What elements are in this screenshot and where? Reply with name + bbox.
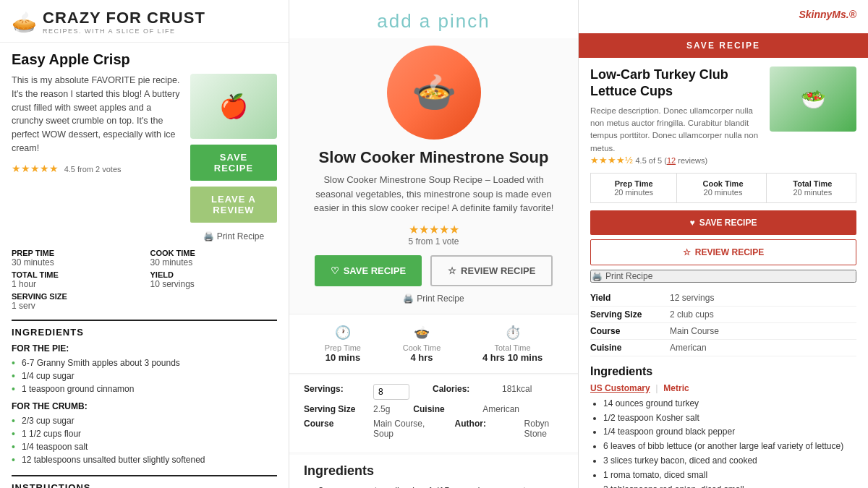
list-item: 12 tablespoons unsalted butter slightly … xyxy=(12,453,277,466)
left-stars: ★★★★★ xyxy=(12,163,59,174)
list-item: 2 tablespoons red onion, diced small xyxy=(603,484,856,488)
mid-ingredients-section: Ingredients 2 cups carrots , sliced or 1… xyxy=(289,455,578,489)
right-time-grid: Prep Time 20 minutes Cook Time 20 minute… xyxy=(590,173,856,203)
right-reviews-link[interactable]: 12 xyxy=(667,156,676,165)
left-total-time: Total Time 1 hour xyxy=(12,270,139,289)
mid-servings-row: Servings: Calories: 181kcal xyxy=(304,384,563,400)
left-header: 🥧 CRAZY FOR CRUST RECIPES. WITH A SLICE … xyxy=(0,0,289,43)
mid-ingredients-title: Ingredients xyxy=(304,463,563,479)
right-unit-metric-button[interactable]: Metric xyxy=(663,383,689,393)
left-pie-heading: FOR THE PIE: xyxy=(12,343,277,354)
right-unit-us-button[interactable]: US Customary xyxy=(590,383,650,393)
list-item: 1/4 cup sugar xyxy=(12,369,277,382)
right-recipe-desc: Recipe description. Donec ullamcorper nu… xyxy=(590,105,761,155)
list-item: 3 slices turkey bacon, diced and cooked xyxy=(603,455,856,467)
logo-tagline: RECIPES. WITH A SLICE OF LIFE xyxy=(43,27,205,35)
right-buttons: ♥ SAVE RECIPE ☆ REVIEW RECIPE 🖨️ Print R… xyxy=(590,210,856,283)
left-print-button[interactable]: 🖨️ Print Recipe xyxy=(203,231,264,241)
left-pie-ingredients: 6-7 Granny Smith apples about 3 pounds 1… xyxy=(12,356,277,395)
logo-icon: 🥧 xyxy=(12,10,37,34)
logo-brand: CRAZY FOR CRUST xyxy=(43,9,205,27)
heart-icon: ♡ xyxy=(331,265,339,276)
right-cook-time: Cook Time 20 minutes xyxy=(680,174,766,202)
left-panel: 🥧 CRAZY FOR CRUST RECIPES. WITH A SLICE … xyxy=(0,0,289,488)
right-unit-toggle: US Customary | Metric xyxy=(590,382,856,393)
mid-servings-input[interactable] xyxy=(373,384,409,400)
mid-cook-time: 🍲 Cook Time 4 hrs xyxy=(403,325,441,363)
mid-serving-size-row: Serving Size 2.5g Cuisine American xyxy=(304,404,563,414)
left-content: Easy Apple Crisp This is my absolute FAV… xyxy=(0,43,289,488)
right-total-time: Total Time 20 minutes xyxy=(770,174,856,202)
mid-course-row: Course Main Course, Soup Author: Robyn S… xyxy=(304,419,563,439)
list-item: 1 teaspoon ground cinnamon xyxy=(12,382,277,395)
mid-prep-time: 🕐 Prep Time 10 mins xyxy=(325,325,361,363)
clock-icon: 🕐 xyxy=(325,325,361,341)
star-icon: ☆ xyxy=(683,247,691,257)
right-meta-section: Yield 12 servings Serving Size 2 club cu… xyxy=(590,290,856,356)
printer-icon: 🖨️ xyxy=(403,294,414,304)
right-recipe-row: Low-Carb Turkey Club Lettuce Cups Recipe… xyxy=(590,67,856,166)
left-rating: 4.5 from 2 votes xyxy=(64,165,122,174)
mid-recipe-image: 🍲 xyxy=(387,46,481,140)
left-serving-size: Serving Size 1 serv xyxy=(12,292,139,311)
left-instructions-heading: INSTRUCTIONS xyxy=(12,475,277,488)
right-print-button[interactable]: 🖨️ Print Recipe xyxy=(590,270,856,283)
mid-ingredient-list: 2 cups carrots , sliced or 1 (15-ounce) … xyxy=(304,484,563,489)
right-serving-row: Serving Size 2 club cups xyxy=(590,307,856,323)
left-crumb-ingredients: 2/3 cup sugar 1 1/2 cups flour 1/4 teasp… xyxy=(12,414,277,466)
pot-icon: 🍲 xyxy=(403,325,441,341)
mid-stars: ★★★★★ xyxy=(304,223,563,236)
left-cook-time: Cook Time 30 minutes xyxy=(150,249,278,267)
mid-header: add a pinch xyxy=(289,0,578,38)
right-ingredient-list: 14 ounces ground turkey 1/2 teaspoon Kos… xyxy=(590,398,856,488)
left-review-button[interactable]: LEAVE A REVIEW xyxy=(190,187,277,223)
list-item: 1 roma tomato, diced small xyxy=(603,469,856,481)
right-recipe-title: Low-Carb Turkey Club Lettuce Cups xyxy=(590,67,761,100)
list-item: 2/3 cup sugar xyxy=(12,414,277,427)
right-content: Low-Carb Turkey Club Lettuce Cups Recipe… xyxy=(579,58,868,488)
left-recipe-title: Easy Apple Crisp xyxy=(12,51,277,68)
right-prep-time: Prep Time 20 minutes xyxy=(591,174,677,202)
star-icon: ☆ xyxy=(448,265,456,276)
left-ingredients-heading: INGREDIENTS xyxy=(12,320,277,338)
mid-save-button[interactable]: ♡ SAVE RECIPE xyxy=(315,255,422,286)
left-recipe-image: 🍎 xyxy=(190,74,277,139)
left-logo: 🥧 CRAZY FOR CRUST RECIPES. WITH A SLICE … xyxy=(12,9,277,35)
heart-icon: ♥ xyxy=(690,218,695,228)
right-review-button[interactable]: ☆ REVIEW RECIPE xyxy=(590,239,856,265)
right-cuisine-row: Cuisine American xyxy=(590,340,856,356)
right-save-button[interactable]: ♥ SAVE RECIPE xyxy=(590,210,856,235)
list-item: 1/2 teaspoon Kosher salt xyxy=(603,412,856,424)
left-prep-time: Prep Time 30 minutes xyxy=(12,249,139,267)
left-meta-grid: Prep Time 30 minutes Cook Time 30 minute… xyxy=(12,249,277,311)
mid-logo: add a pinch xyxy=(304,10,563,33)
mid-panel: add a pinch 🍲 Slow Cooker Minestrone Sou… xyxy=(289,0,579,488)
list-item: 14 ounces ground turkey xyxy=(603,398,856,410)
list-item: 6-7 Granny Smith apples about 3 pounds xyxy=(12,356,277,369)
right-logo: SkinnyMs.® xyxy=(579,0,868,33)
list-item: 2 cups carrots , sliced or 1 (15-ounce) … xyxy=(318,484,563,489)
list-item: 1 1/2 cups flour xyxy=(12,427,277,440)
right-stars: ★★★★½ xyxy=(590,155,633,166)
mid-buttons: ♡ SAVE RECIPE ☆ REVIEW RECIPE xyxy=(304,255,563,286)
mid-time-row: 🕐 Prep Time 10 mins 🍲 Cook Time 4 hrs ⏱️… xyxy=(289,314,578,374)
left-yield: Yield 10 servings xyxy=(150,270,278,289)
list-item: 1/4 teaspoon ground black pepper xyxy=(603,426,856,438)
list-item: 6 leaves of bibb lettuce (or another lar… xyxy=(603,440,856,453)
right-course-row: Course Main Course xyxy=(590,323,856,340)
right-save-bar[interactable]: SAVE RECIPE xyxy=(579,33,868,58)
mid-review-button[interactable]: ☆ REVIEW RECIPE xyxy=(430,255,553,286)
left-save-button[interactable]: SAVE RECIPE xyxy=(190,145,277,181)
mid-recipe-desc: Slow Cooker Minestrone Soup Recipe – Loa… xyxy=(304,173,563,215)
mid-total-time: ⏱️ Total Time 4 hrs 10 mins xyxy=(482,325,542,363)
mid-print-button[interactable]: 🖨️ Print Recipe xyxy=(304,294,563,304)
right-recipe-image: 🥗 xyxy=(770,67,856,132)
right-panel: SkinnyMs.® SAVE RECIPE Low-Carb Turkey C… xyxy=(579,0,868,488)
right-ingredients-title: Ingredients xyxy=(590,365,856,378)
printer-icon: 🖨️ xyxy=(203,231,214,241)
mid-meta-section: Servings: Calories: 181kcal Serving Size… xyxy=(289,375,578,452)
list-item: 1/4 teaspoon salt xyxy=(12,440,277,453)
right-yield-row: Yield 12 servings xyxy=(590,290,856,307)
timer-icon: ⏱️ xyxy=(482,325,542,341)
left-recipe-desc: This is my absolute FAVORITE pie recipe.… xyxy=(12,74,182,155)
